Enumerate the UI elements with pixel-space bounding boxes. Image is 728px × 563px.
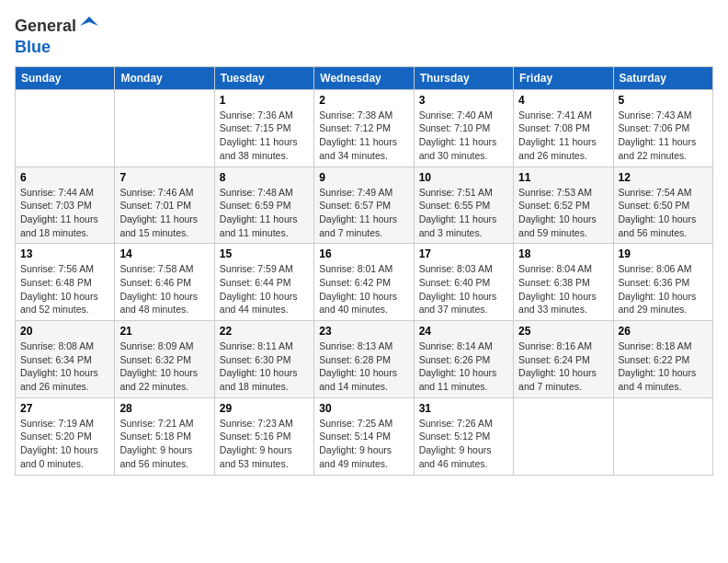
calendar-cell: 13Sunrise: 7:56 AM Sunset: 6:48 PM Dayli… [16,244,115,321]
day-number: 31 [419,402,508,415]
day-detail: Sunrise: 7:23 AM Sunset: 5:16 PM Dayligh… [220,417,309,471]
day-detail: Sunrise: 7:54 AM Sunset: 6:50 PM Dayligh… [619,186,708,240]
calendar-cell: 3Sunrise: 7:40 AM Sunset: 7:10 PM Daylig… [414,89,513,167]
calendar-cell: 29Sunrise: 7:23 AM Sunset: 5:16 PM Dayli… [214,397,313,475]
calendar-cell: 14Sunrise: 7:58 AM Sunset: 6:46 PM Dayli… [115,244,214,321]
day-detail: Sunrise: 7:44 AM Sunset: 7:03 PM Dayligh… [20,186,109,240]
day-detail: Sunrise: 8:11 AM Sunset: 6:30 PM Dayligh… [220,339,309,394]
day-detail: Sunrise: 8:14 AM Sunset: 6:26 PM Dayligh… [419,339,508,394]
day-number: 20 [20,325,109,338]
day-number: 12 [619,171,708,184]
calendar-cell: 7Sunrise: 7:46 AM Sunset: 7:01 PM Daylig… [115,167,214,244]
day-number: 24 [419,325,508,338]
calendar-cell [16,89,115,167]
day-detail: Sunrise: 7:58 AM Sunset: 6:46 PM Dayligh… [119,262,209,316]
day-detail: Sunrise: 7:19 AM Sunset: 5:20 PM Dayligh… [20,417,109,471]
day-number: 3 [419,94,508,107]
day-number: 4 [518,94,608,107]
day-number: 21 [119,325,209,338]
day-number: 2 [319,94,408,107]
day-detail: Sunrise: 7:49 AM Sunset: 6:57 PM Dayligh… [319,186,408,240]
day-header-saturday: Saturday [613,66,712,89]
day-detail: Sunrise: 8:08 AM Sunset: 6:34 PM Dayligh… [20,339,109,394]
day-detail: Sunrise: 8:04 AM Sunset: 6:38 PM Dayligh… [518,262,608,316]
day-number: 18 [518,247,608,260]
day-detail: Sunrise: 7:43 AM Sunset: 7:06 PM Dayligh… [619,109,708,163]
day-detail: Sunrise: 8:18 AM Sunset: 6:22 PM Dayligh… [619,339,708,394]
day-detail: Sunrise: 7:51 AM Sunset: 6:55 PM Dayligh… [419,186,508,240]
calendar-cell: 21Sunrise: 8:09 AM Sunset: 6:32 PM Dayli… [115,321,214,398]
day-detail: Sunrise: 7:21 AM Sunset: 5:18 PM Dayligh… [119,417,209,471]
calendar-cell: 10Sunrise: 7:51 AM Sunset: 6:55 PM Dayli… [414,167,513,244]
calendar-cell: 18Sunrise: 8:04 AM Sunset: 6:38 PM Dayli… [514,244,613,321]
day-number: 10 [419,171,508,184]
day-number: 8 [220,171,309,184]
day-number: 5 [619,94,708,107]
day-detail: Sunrise: 7:26 AM Sunset: 5:12 PM Dayligh… [419,417,508,471]
day-number: 11 [518,171,608,184]
calendar-cell: 31Sunrise: 7:26 AM Sunset: 5:12 PM Dayli… [414,397,513,475]
day-number: 28 [119,402,209,415]
day-detail: Sunrise: 7:40 AM Sunset: 7:10 PM Dayligh… [419,109,508,163]
day-detail: Sunrise: 7:36 AM Sunset: 7:15 PM Dayligh… [220,109,309,163]
calendar-cell [613,397,712,475]
calendar-cell: 23Sunrise: 8:13 AM Sunset: 6:28 PM Dayli… [314,321,414,398]
calendar-cell: 25Sunrise: 8:16 AM Sunset: 6:24 PM Dayli… [514,321,613,398]
day-detail: Sunrise: 7:56 AM Sunset: 6:48 PM Dayligh… [20,262,109,316]
day-detail: Sunrise: 7:53 AM Sunset: 6:52 PM Dayligh… [518,186,608,240]
calendar-cell: 6Sunrise: 7:44 AM Sunset: 7:03 PM Daylig… [16,167,115,244]
calendar-cell: 30Sunrise: 7:25 AM Sunset: 5:14 PM Dayli… [314,397,414,475]
day-number: 25 [518,325,608,338]
calendar-week-5: 27Sunrise: 7:19 AM Sunset: 5:20 PM Dayli… [16,397,713,475]
day-header-sunday: Sunday [16,66,115,89]
calendar-cell: 17Sunrise: 8:03 AM Sunset: 6:40 PM Dayli… [414,244,513,321]
day-number: 15 [220,247,309,260]
day-detail: Sunrise: 7:41 AM Sunset: 7:08 PM Dayligh… [518,109,608,163]
logo-general: General [15,17,76,35]
calendar-cell: 15Sunrise: 7:59 AM Sunset: 6:44 PM Dayli… [214,244,313,321]
day-number: 7 [119,171,209,184]
calendar-cell: 11Sunrise: 7:53 AM Sunset: 6:52 PM Dayli… [514,167,613,244]
calendar-header-row: SundayMondayTuesdayWednesdayThursdayFrid… [16,66,713,89]
calendar-week-2: 6Sunrise: 7:44 AM Sunset: 7:03 PM Daylig… [16,167,713,244]
calendar-cell: 20Sunrise: 8:08 AM Sunset: 6:34 PM Dayli… [16,321,115,398]
logo-blue: Blue [15,38,51,56]
calendar-cell: 8Sunrise: 7:48 AM Sunset: 6:59 PM Daylig… [214,167,313,244]
calendar-cell: 22Sunrise: 8:11 AM Sunset: 6:30 PM Dayli… [214,321,313,398]
day-number: 22 [220,325,309,338]
calendar-cell [514,397,613,475]
day-number: 19 [619,247,708,260]
day-number: 1 [220,94,309,107]
calendar-cell: 28Sunrise: 7:21 AM Sunset: 5:18 PM Dayli… [115,397,214,475]
day-detail: Sunrise: 8:01 AM Sunset: 6:42 PM Dayligh… [319,262,408,316]
logo: General Blue [15,15,100,57]
day-header-thursday: Thursday [414,66,513,89]
day-number: 26 [619,325,708,338]
day-number: 6 [20,171,109,184]
day-detail: Sunrise: 7:25 AM Sunset: 5:14 PM Dayligh… [319,417,408,471]
calendar-cell: 16Sunrise: 8:01 AM Sunset: 6:42 PM Dayli… [314,244,414,321]
day-header-monday: Monday [115,66,214,89]
calendar-table: SundayMondayTuesdayWednesdayThursdayFrid… [15,66,713,476]
calendar-cell: 26Sunrise: 8:18 AM Sunset: 6:22 PM Dayli… [613,321,712,398]
calendar-cell: 9Sunrise: 7:49 AM Sunset: 6:57 PM Daylig… [314,167,414,244]
day-number: 29 [220,402,309,415]
calendar-cell: 24Sunrise: 8:14 AM Sunset: 6:26 PM Dayli… [414,321,513,398]
page-header: General Blue [15,15,713,57]
day-detail: Sunrise: 7:59 AM Sunset: 6:44 PM Dayligh… [220,262,309,316]
calendar-cell [115,89,214,167]
day-header-wednesday: Wednesday [314,66,414,89]
day-detail: Sunrise: 8:13 AM Sunset: 6:28 PM Dayligh… [319,339,408,394]
calendar-cell: 12Sunrise: 7:54 AM Sunset: 6:50 PM Dayli… [613,167,712,244]
calendar-cell: 2Sunrise: 7:38 AM Sunset: 7:12 PM Daylig… [314,89,414,167]
day-number: 16 [319,247,408,260]
day-header-tuesday: Tuesday [214,66,313,89]
day-detail: Sunrise: 8:03 AM Sunset: 6:40 PM Dayligh… [419,262,508,316]
day-number: 14 [119,247,209,260]
calendar-cell: 1Sunrise: 7:36 AM Sunset: 7:15 PM Daylig… [214,89,313,167]
day-detail: Sunrise: 7:46 AM Sunset: 7:01 PM Dayligh… [119,186,209,240]
calendar-week-3: 13Sunrise: 7:56 AM Sunset: 6:48 PM Dayli… [16,244,713,321]
day-header-friday: Friday [514,66,613,89]
day-detail: Sunrise: 8:09 AM Sunset: 6:32 PM Dayligh… [119,339,209,394]
day-detail: Sunrise: 7:38 AM Sunset: 7:12 PM Dayligh… [319,109,408,163]
